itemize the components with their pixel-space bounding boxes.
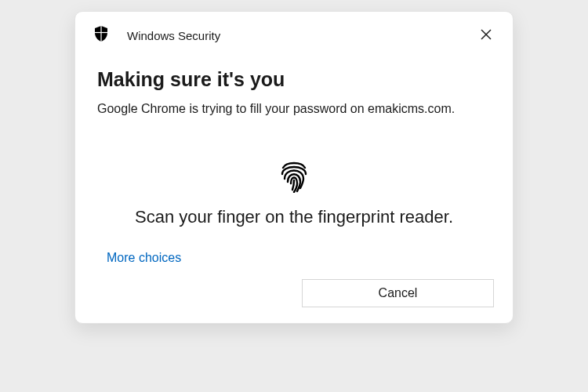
dialog-footer: Cancel	[75, 265, 513, 307]
app-name: Windows Security	[127, 29, 220, 42]
more-choices-link[interactable]: More choices	[75, 227, 181, 265]
dialog-message: Google Chrome is trying to fill your pas…	[75, 97, 513, 118]
shield-icon	[94, 26, 108, 45]
dialog-title: Making sure it's you	[75, 54, 513, 97]
fingerprint-icon	[278, 158, 310, 196]
cancel-button[interactable]: Cancel	[302, 279, 494, 307]
close-button[interactable]	[475, 24, 497, 46]
scan-instruction: Scan your finger on the fingerprint read…	[75, 207, 513, 227]
windows-security-dialog: Windows Security Making sure it's you Go…	[74, 11, 514, 324]
fingerprint-section: Scan your finger on the fingerprint read…	[75, 118, 513, 227]
close-icon	[481, 29, 492, 42]
dialog-header: Windows Security	[75, 26, 513, 54]
